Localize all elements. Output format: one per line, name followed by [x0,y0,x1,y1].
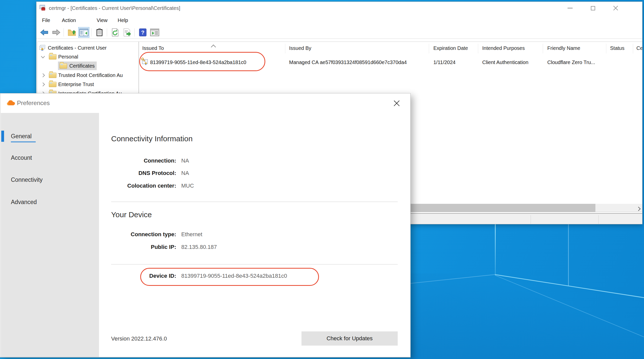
info-row-dns-protocol: DNS Protocol: NA [0,169,410,177]
wallpaper-shading [411,273,644,359]
cell-friendly-name: Cloudflare Zero Tru... [547,59,595,65]
clipboard-button[interactable] [94,27,105,38]
folder-icon [49,54,56,59]
nav-item-label: Advanced [11,199,37,206]
column-header-expiration-date[interactable]: Expiration Date [433,45,468,51]
tree-item-label: Enterprise Trust [58,82,94,87]
help-button[interactable]: ? [137,27,148,38]
status-bar-divider [598,215,599,224]
console-tree-toggle-button[interactable] [78,27,89,38]
info-label: Connection: [99,157,176,164]
info-row-connection: Connection: NA [0,157,410,165]
window-title: certmgr - [Certificates - Current User\P… [49,5,180,11]
certificates-root-icon [39,45,46,51]
column-divider[interactable] [633,44,633,53]
chevron-right-icon [636,207,641,211]
certificate-key-icon [141,57,148,66]
sort-ascending-icon [211,45,216,50]
cell-issued-by: Managed CA ae57f03931324f08591d660e7c370… [289,59,407,65]
folder-icon [59,63,67,69]
screen: certmgr - [Certificates - Current User\P… [0,0,644,359]
chevron-right-icon[interactable] [41,73,45,77]
svg-text:?: ? [141,29,144,36]
column-header-issued-by[interactable]: Issued By [289,45,311,51]
info-value: MUC [181,183,194,189]
minimize-icon [568,8,573,8]
export-list-icon [123,28,131,37]
chevron-right-icon[interactable] [41,82,45,86]
window-controls [559,2,627,14]
menu-file[interactable]: File [38,16,54,25]
forward-icon [52,28,61,36]
wallpaper-beam-vertical-1 [495,224,496,275]
new-window-icon [150,29,159,36]
folder-up-icon [67,28,76,36]
column-divider[interactable] [478,44,478,53]
column-header-intended-purposes[interactable]: Intended Purposes [482,45,525,51]
info-row-connection-type: Connection type: Ethernet [0,231,410,238]
menu-view[interactable]: View [93,16,112,25]
column-divider[interactable] [429,44,429,53]
chevron-down-icon[interactable] [41,54,45,58]
nav-item-label: General [11,133,32,140]
nav-item-advanced[interactable]: Advanced [0,196,410,208]
tree-selection-highlight: Certificates [58,62,97,70]
info-label: Connection type: [99,231,176,238]
column-divider[interactable] [285,44,285,53]
column-header-status[interactable]: Status [610,45,625,51]
tree-item-certificates[interactable]: Certificates [58,62,97,70]
info-row-public-ip: Public IP: 82.135.80.187 [0,243,410,251]
toolbar-separator [107,28,107,36]
folder-up-button[interactable] [66,27,77,38]
column-header-friendly-name[interactable]: Friendly Name [547,45,580,51]
new-window-button[interactable] [149,27,160,38]
device-id-value: 81399719-9055-11ed-8e43-524a2ba181c0 [181,273,287,279]
certmgr-app-icon [39,5,46,11]
tree-item-certificates-current-user[interactable]: Certificates - Current User [39,44,107,52]
menu-action[interactable]: Action [58,16,80,25]
cell-intended-purposes: Client Authentication [482,59,528,65]
forward-button[interactable] [51,27,62,38]
tree-item-personal[interactable]: Personal [42,52,78,61]
tree-item-trusted-root[interactable]: Trusted Root Certification Au [42,71,123,79]
close-icon [393,100,400,107]
close-icon [613,5,618,11]
column-header-issued-to[interactable]: Issued To [142,45,164,51]
preferences-dialog: Preferences General Account Connectivity… [0,93,411,357]
check-for-updates-button[interactable]: Check for Updates [301,331,398,346]
menu-help[interactable]: Help [114,16,132,25]
console-tree-icon [79,29,88,36]
toolbar-separator [64,28,64,36]
minimize-button[interactable] [559,2,581,14]
nav-item-general[interactable]: General [0,131,410,142]
info-value: Ethernet [181,231,202,238]
nav-selected-underline [11,142,36,142]
column-divider[interactable] [543,44,543,53]
tree-item-enterprise-trust[interactable]: Enterprise Trust [42,80,94,89]
info-value: NA [181,170,189,176]
dialog-close-button[interactable] [391,97,403,109]
info-label: Colocation center: [99,183,176,189]
refresh-button[interactable] [110,27,121,38]
column-divider[interactable] [606,44,606,53]
maximize-button[interactable] [581,2,604,14]
toolbar: ? [36,26,642,39]
close-button[interactable] [604,2,627,14]
toolbar-separator [134,28,135,36]
check-for-updates-label: Check for Updates [327,335,373,342]
info-label: DNS Protocol: [99,170,176,176]
cell-expiration-date: 1/11/2024 [433,59,456,65]
cloudflare-logo [6,99,16,106]
tree-item-label: Personal [58,54,78,60]
info-row-colocation-center: Colocation center: MUC [0,182,410,190]
title-bar: certmgr - [Certificates - Current User\P… [36,2,642,14]
status-bar-divider [531,215,531,224]
dialog-title: Preferences [17,99,50,107]
back-icon [40,28,49,36]
scrollbar-right-arrow[interactable] [637,206,640,209]
column-header-certificate-template[interactable]: Ce [636,45,642,51]
back-button[interactable] [39,27,50,38]
menu-bar: File Action View Help [36,14,642,26]
export-list-button[interactable] [122,27,133,38]
device-id-label: Device ID: [99,273,176,279]
